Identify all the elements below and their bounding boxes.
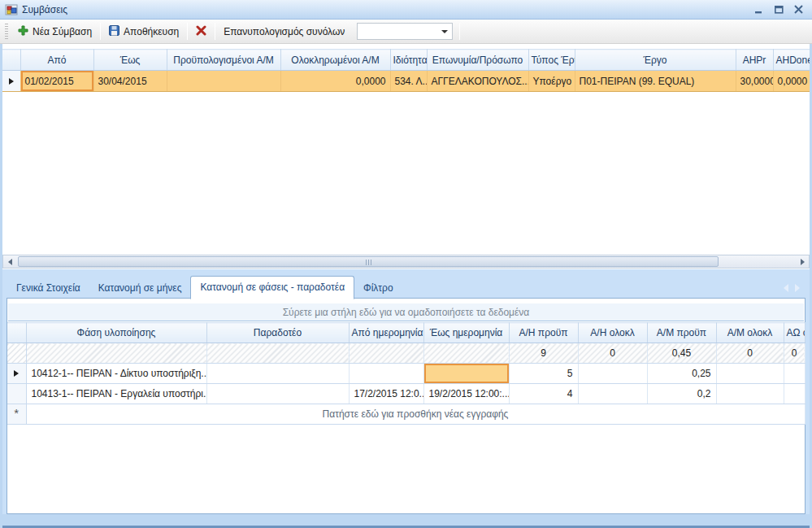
scrollbar-grip xyxy=(366,260,371,265)
cell-phase[interactable]: 10413-1-- ΠΕΙΡΑΝ - Εργαλεία υποστήρι... xyxy=(26,384,206,404)
tab-general-info[interactable]: Γενικά Στοιχεία xyxy=(7,278,89,299)
summary-deliverable xyxy=(206,343,349,364)
row-indicator-cell xyxy=(7,384,26,404)
scrollbar-thumb[interactable] xyxy=(18,256,719,267)
toolbar: Νέα Σύμβαση Αποθήκευση Επανυπολογισμός σ… xyxy=(0,20,812,44)
phases-panel: Σύρετε μια στήλη εδώ για να ομαδοποιήσετ… xyxy=(7,298,805,514)
summary-ah-olokl: 0 xyxy=(578,343,647,364)
close-icon[interactable] xyxy=(792,4,804,15)
tab-phases-deliverables[interactable]: Κατανομή σε φάσεις - παραδοτέα xyxy=(190,276,354,299)
chevron-left-icon[interactable] xyxy=(784,284,788,292)
cell-ergo[interactable]: Π01-ΠΕΙΡΑΝ (99. EQUAL) xyxy=(575,71,736,92)
recalc-totals-button[interactable]: Επανυπολογισμός συνόλων xyxy=(218,23,350,41)
column-header-ao-ol[interactable]: ΑΩ ολ... xyxy=(784,323,805,343)
column-header-from[interactable]: Από xyxy=(20,50,93,71)
cell-typos-ergou[interactable]: Υποέργο xyxy=(528,71,575,92)
column-header-phase[interactable]: Φάση υλοποίησης xyxy=(26,323,206,343)
save-icon xyxy=(109,25,119,38)
group-by-bar[interactable]: Σύρετε μια στήλη εδώ για να ομαδοποιήσετ… xyxy=(8,303,804,321)
group-by-hint: Σύρετε μια στήλη εδώ για να ομαδοποιήσετ… xyxy=(283,307,530,318)
titlebar[interactable]: Συμβάσεις xyxy=(0,0,812,20)
minimize-icon[interactable] xyxy=(753,4,765,15)
column-header-budgeted-mm[interactable]: Προϋπολογισμένοι Α/Μ xyxy=(167,50,280,71)
cell-eponymia[interactable]: ΑΓΓΕΛΑΚΟΠΟΥΛΟΣ... xyxy=(427,71,528,92)
column-header-idiotita[interactable]: Ιδιότητα xyxy=(390,50,427,71)
delete-x-icon xyxy=(196,25,206,38)
toolbar-separator xyxy=(459,23,460,40)
column-header-to-date[interactable]: Έως ημερομηνία xyxy=(423,323,509,343)
column-header-completed-mm[interactable]: Ολοκληρωμένοι Α/Μ xyxy=(280,50,390,71)
column-header-eponymia[interactable]: Επωνυμία/Πρόσωπο xyxy=(427,50,528,71)
cell-from-date[interactable] xyxy=(349,364,423,384)
cell-am-proyp[interactable]: 0,25 xyxy=(647,364,716,384)
new-contract-button[interactable]: Νέα Σύμβαση xyxy=(12,22,98,41)
cell-am-olokl[interactable] xyxy=(716,364,784,384)
row-indicator-cell xyxy=(2,71,20,92)
toolbar-separator xyxy=(187,23,188,40)
column-header-from-date[interactable]: Από ημερομηνία xyxy=(349,323,423,343)
cell-to-date[interactable]: 19/2/2015 12:00:... xyxy=(423,384,509,404)
cell-ahpr[interactable]: 30,0000 xyxy=(736,71,773,92)
column-header-ergo[interactable]: Έργο xyxy=(575,50,736,71)
cell-budgeted-mm[interactable] xyxy=(167,71,280,92)
column-header-am-olokl[interactable]: Α/Μ ολοκλ xyxy=(716,323,784,343)
cell-ah-olokl[interactable] xyxy=(578,384,647,404)
column-header-ah-proyp[interactable]: Α/Η προϋπ xyxy=(509,323,578,343)
table-row[interactable]: 10413-1-- ΠΕΙΡΑΝ - Εργαλεία υποστήρι... … xyxy=(7,384,805,404)
tab-filter[interactable]: Φίλτρο xyxy=(354,278,402,299)
summary-am-proyp: 0,45 xyxy=(647,343,716,364)
cell-ahdone[interactable]: 0,0000 xyxy=(773,71,810,92)
toolbar-combobox[interactable] xyxy=(357,23,453,40)
new-row-hint[interactable]: Πατήστε εδώ για προσθήκη νέας εγγραφής xyxy=(26,404,805,425)
cell-idiotita[interactable]: 534. Λ... xyxy=(390,71,427,92)
cell-phase[interactable]: 10412-1-- ΠΕΙΡΑΝ - Δίκτυο υποστήριξη... xyxy=(26,364,206,384)
summary-ao-ol: 0 xyxy=(784,343,805,364)
new-row[interactable]: * Πατήστε εδώ για προσθήκη νέας εγγραφής xyxy=(7,404,805,425)
summary-am-olokl: 0 xyxy=(716,343,784,364)
column-header-ahdone[interactable]: AHDone xyxy=(773,50,810,71)
column-header-ah-olokl[interactable]: Α/Η ολοκλ xyxy=(578,323,647,343)
delete-button[interactable] xyxy=(190,22,212,41)
summary-to xyxy=(423,343,509,364)
cell-ah-proyp[interactable]: 4 xyxy=(509,384,578,404)
cell-to[interactable]: 30/04/2015 xyxy=(93,71,167,92)
column-header-ahpr[interactable]: AHPr xyxy=(736,50,773,71)
scroll-left-icon[interactable] xyxy=(3,255,16,268)
column-header-am-proyp[interactable]: Α/Μ προϋπ xyxy=(647,323,716,343)
horizontal-scrollbar[interactable] xyxy=(2,255,810,268)
cell-am-proyp[interactable]: 0,2 xyxy=(647,384,716,404)
cell-completed-mm[interactable]: 0,0000 xyxy=(280,71,390,92)
summary-row: 9 0 0,45 0 0 xyxy=(7,343,805,364)
cell-ao-ol[interactable] xyxy=(784,364,805,384)
scroll-right-icon[interactable] xyxy=(796,255,809,268)
table-row[interactable]: 10412-1-- ΠΕΙΡΑΝ - Δίκτυο υποστήριξη... … xyxy=(7,364,805,384)
cell-to-date-selected[interactable] xyxy=(423,364,509,384)
cell-ah-proyp[interactable]: 5 xyxy=(509,364,578,384)
cell-ao-ol[interactable] xyxy=(784,384,805,404)
new-contract-label: Νέα Σύμβαση xyxy=(33,26,92,37)
column-header-to[interactable]: Έως xyxy=(93,50,167,71)
cell-deliverable[interactable] xyxy=(206,384,349,404)
toolbar-separator xyxy=(100,23,101,40)
cell-ah-olokl[interactable] xyxy=(578,364,647,384)
column-header-typos-ergou[interactable]: Τύπος Έργου xyxy=(528,50,575,71)
save-button[interactable]: Αποθήκευση xyxy=(103,22,185,41)
maximize-icon[interactable] xyxy=(773,4,784,15)
phases-header-row: Φάση υλοποίησης Παραδοτέο Από ημερομηνία… xyxy=(7,323,805,343)
table-row[interactable]: 01/02/2015 30/04/2015 0,0000 534. Λ... Α… xyxy=(2,71,810,92)
cell-deliverable[interactable] xyxy=(206,364,349,384)
chevron-right-icon[interactable] xyxy=(795,284,800,292)
cell-from-date[interactable]: 17/2/2015 12:0... xyxy=(349,384,423,404)
cell-am-olokl[interactable] xyxy=(716,384,784,404)
window-frame-left xyxy=(0,20,2,528)
toolbar-separator xyxy=(215,23,215,40)
row-indicator-header xyxy=(7,323,26,343)
window-title: Συμβάσεις xyxy=(22,4,67,15)
summary-phase xyxy=(26,343,206,364)
cell-from[interactable]: 01/02/2015 xyxy=(20,71,93,92)
toolbar-grip[interactable] xyxy=(5,24,8,40)
tab-monthly-distribution[interactable]: Κατανομή σε μήνες xyxy=(89,278,191,299)
column-header-deliverable[interactable]: Παραδοτέο xyxy=(206,323,349,343)
tab-scroll-controls xyxy=(784,284,805,299)
tab-strip: Γενικά Στοιχεία Κατανομή σε μήνες Κατανο… xyxy=(7,274,805,299)
